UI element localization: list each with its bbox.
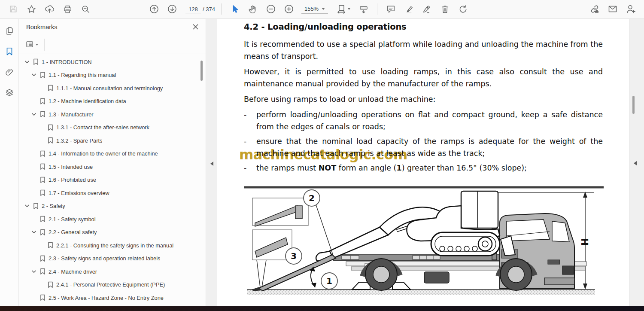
chevron-down-icon[interactable] xyxy=(32,231,40,234)
chevron-down-icon[interactable] xyxy=(25,61,33,64)
bookmark-icon xyxy=(40,98,49,105)
section-heading: 4.2 - Loading/unloading operations xyxy=(244,19,603,32)
hand-tool-icon xyxy=(248,4,258,14)
zoom-level-value: 155% xyxy=(304,6,319,12)
bookmark-item[interactable]: 2.4.1 - Personal Protective Equipment (P… xyxy=(19,278,206,292)
bookmark-icon xyxy=(48,281,56,288)
chevron-down-icon[interactable] xyxy=(32,270,40,273)
bookmark-item[interactable]: 1 - INTRODUCTION xyxy=(19,55,206,69)
highlighter-icon xyxy=(404,4,414,14)
bookmark-item[interactable]: 1.3.1 - Contact the after-sales network xyxy=(19,121,206,134)
print-button[interactable] xyxy=(62,3,73,15)
fit-width-button[interactable] xyxy=(358,3,369,15)
bookmarks-panel-button[interactable] xyxy=(3,45,16,58)
panel-title: Bookmarks xyxy=(26,24,192,30)
search-button[interactable] xyxy=(80,3,91,15)
bookmark-options-button[interactable] xyxy=(25,40,38,49)
zoom-level-combo[interactable]: 155% xyxy=(301,5,328,14)
bullet-dash: - xyxy=(244,109,256,133)
bookmark-icon xyxy=(48,85,56,91)
options-list-icon xyxy=(25,40,34,49)
bookmark-label: 2.2 - General safety xyxy=(49,229,97,235)
chevron-down-icon xyxy=(36,44,38,46)
previous-page-button[interactable] xyxy=(149,3,160,15)
share-button[interactable] xyxy=(44,3,55,15)
bookmark-icon xyxy=(40,216,49,223)
bookmark-label: 1.7 - Emissions overview xyxy=(49,190,109,196)
layers-button[interactable] xyxy=(3,86,16,100)
comment-button[interactable] xyxy=(385,3,396,15)
page-up-icon xyxy=(149,4,159,14)
next-page-button[interactable] xyxy=(167,3,178,15)
bookmark-item[interactable]: 1.6 - Prohibited use xyxy=(19,174,206,187)
add-person-button[interactable] xyxy=(625,3,636,15)
bookmark-item[interactable]: 1.2 - Machine identification data xyxy=(19,95,206,108)
list-item: - perform loading/unloading operations o… xyxy=(244,109,603,133)
bookmark-label: 2.3 - Safety signs and operation related… xyxy=(49,255,160,262)
page-number-input[interactable]: 128 xyxy=(185,5,201,13)
bookmark-icon xyxy=(48,137,56,144)
attachments-icon xyxy=(5,67,14,77)
svg-text:2: 2 xyxy=(309,193,315,203)
bookmark-label: 1.4 - Information to the owner of the ma… xyxy=(49,150,158,157)
attachments-button[interactable] xyxy=(3,65,16,79)
document-scrollbar[interactable] xyxy=(632,96,635,114)
bookmark-item[interactable]: 2.3 - Safety signs and operation related… xyxy=(19,252,206,265)
save-button[interactable] xyxy=(8,3,19,15)
list-item: - the ramps must NOT form an angle (1) g… xyxy=(244,162,603,174)
bookmark-item[interactable]: 2.2 - General safety xyxy=(19,226,206,239)
chevron-down-icon xyxy=(322,8,325,10)
add-person-icon xyxy=(626,4,636,14)
email-button[interactable] xyxy=(607,3,618,15)
bookmark-item[interactable]: 2.5 - Work Area - Hazard Zone - No Entry… xyxy=(19,291,206,305)
zoom-out-button[interactable] xyxy=(265,3,276,15)
bookmark-icon xyxy=(40,189,49,196)
expand-right-panel-arrow[interactable] xyxy=(634,161,637,165)
collapse-panel-arrow[interactable] xyxy=(210,162,213,166)
bookmark-item[interactable]: 2.1 - Safety symbol xyxy=(19,213,206,226)
bookmark-icon xyxy=(40,177,49,183)
sign-button[interactable] xyxy=(421,3,432,15)
bookmark-item[interactable]: 2 - Safety xyxy=(19,200,206,213)
save-icon xyxy=(9,4,18,14)
bookmark-label: 2 - Safety xyxy=(42,203,65,209)
close-icon xyxy=(193,24,198,30)
bookmark-label: 1.3 - Manufacturer xyxy=(49,111,94,118)
select-tool-button[interactable] xyxy=(229,3,240,15)
hand-tool-button[interactable] xyxy=(247,3,258,15)
chevron-down-icon[interactable] xyxy=(32,113,40,116)
highlight-button[interactable] xyxy=(403,3,414,15)
fit-page-button[interactable] xyxy=(335,3,351,15)
bullet-dash: - xyxy=(244,162,256,174)
chevron-down-icon[interactable] xyxy=(25,204,33,207)
close-panel-button[interactable] xyxy=(192,24,199,30)
zoom-out-icon xyxy=(266,4,276,14)
bookmark-item[interactable]: 1.4 - Information to the owner of the ma… xyxy=(19,147,206,161)
bookmark-item[interactable]: 1.5 - Intended use xyxy=(19,160,206,174)
chevron-down-icon[interactable] xyxy=(32,73,40,76)
refresh-button[interactable] xyxy=(457,3,468,15)
page-thumbnails-button[interactable] xyxy=(3,24,16,38)
share-link-button[interactable] xyxy=(589,3,600,15)
delete-button[interactable] xyxy=(439,3,450,15)
bookmark-item[interactable]: 2.2.1 - Consulting the safety signs in t… xyxy=(19,239,206,252)
toolbar: 128 / 374 155% xyxy=(0,0,644,18)
zoom-in-button[interactable] xyxy=(283,3,295,15)
panel-scrollbar[interactable] xyxy=(200,61,203,81)
bookmark-label: 2.1 - Safety symbol xyxy=(49,216,96,223)
bookmark-item[interactable]: 1.3 - Manufacturer xyxy=(19,108,206,121)
bookmark-label: 1.3.1 - Contact the after-sales network xyxy=(56,124,149,131)
bookmark-label: 2.2.1 - Consulting the safety signs in t… xyxy=(56,242,173,249)
search-icon xyxy=(81,4,91,14)
bottom-window-edge xyxy=(0,306,644,311)
bookmark-item[interactable]: 1.7 - Emissions overview xyxy=(19,186,206,200)
bookmark-item[interactable]: 1.1 - Regarding this manual xyxy=(19,69,206,82)
bookmark-item[interactable]: 2.4 - Machine driver xyxy=(19,265,206,278)
list-item: - ensure that the nominal load capacity … xyxy=(244,135,603,159)
bookmark-label: 1.1 - Regarding this manual xyxy=(49,72,116,78)
select-cursor-icon xyxy=(230,4,240,14)
bookmark-icon xyxy=(40,150,49,157)
bookmark-item[interactable]: 1.3.2 - Spare Parts xyxy=(19,134,206,147)
bookmark-item[interactable]: 1.1.1 - Manual consultation and terminol… xyxy=(19,82,206,95)
star-button[interactable] xyxy=(26,3,37,15)
